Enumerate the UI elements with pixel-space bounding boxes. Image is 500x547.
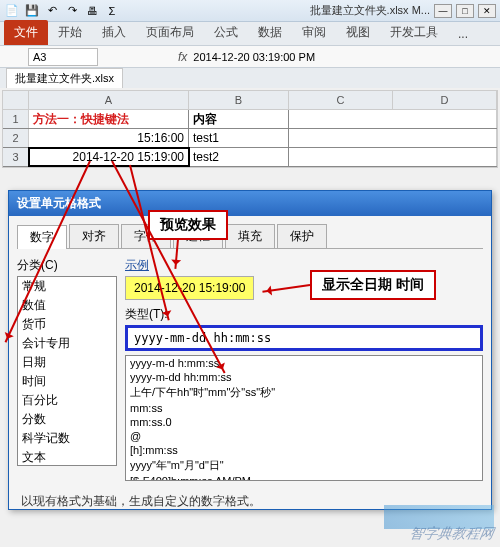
print-icon[interactable]: 🖶 <box>84 3 100 19</box>
ribbon-tabs: 文件 开始 插入 页面布局 公式 数据 审阅 视图 开发工具 ... <box>0 22 500 46</box>
watermark-text: 智字典教程网 <box>408 525 495 543</box>
ribbon-tab-formulas[interactable]: 公式 <box>204 20 248 45</box>
cell-a3[interactable]: 2014-12-20 15:19:00 <box>29 148 189 166</box>
format-item[interactable]: yyyy"年"m"月"d"日" <box>126 457 482 474</box>
ribbon-tab-layout[interactable]: 页面布局 <box>136 20 204 45</box>
category-item[interactable]: 会计专用 <box>18 334 116 353</box>
select-all-corner[interactable] <box>3 91 29 109</box>
col-header-c[interactable]: C <box>289 91 393 109</box>
cell-a1[interactable]: 方法一：快捷键法 <box>29 110 189 128</box>
dialog-tabs: 数字 对齐 字体 边框 填充 保护 <box>17 224 483 249</box>
close-button[interactable]: ✕ <box>478 4 496 18</box>
category-list[interactable]: 常规数值货币会计专用日期时间百分比分数科学记数文本特殊自定义 <box>17 276 117 466</box>
type-label: 类型(T): <box>125 306 483 323</box>
dialog-title: 设置单元格格式 <box>9 191 491 216</box>
category-item[interactable]: 时间 <box>18 372 116 391</box>
format-item[interactable]: mm:ss.0 <box>126 415 482 429</box>
category-item[interactable]: 分数 <box>18 410 116 429</box>
file-tab[interactable]: 文件 <box>4 20 48 45</box>
row-header[interactable]: 1 <box>3 110 29 128</box>
format-item[interactable]: 上午/下午hh"时"mm"分"ss"秒" <box>126 384 482 401</box>
cell-b1[interactable]: 内容 <box>189 110 289 128</box>
app-icon: 📄 <box>4 3 20 19</box>
format-item[interactable]: [h]:mm:ss <box>126 443 482 457</box>
category-label: 分类(C) <box>17 257 117 274</box>
ribbon-tab-insert[interactable]: 插入 <box>92 20 136 45</box>
title-bar: 📄 💾 ↶ ↷ 🖶 Σ 批量建立文件夹.xlsx M... — □ ✕ <box>0 0 500 22</box>
category-item[interactable]: 百分比 <box>18 391 116 410</box>
ribbon-tab-home[interactable]: 开始 <box>48 20 92 45</box>
type-input[interactable]: yyyy-mm-dd hh:mm:ss <box>125 325 483 351</box>
workbook-tabs: 批量建立文件夹.xlsx <box>0 68 500 88</box>
tab-fill[interactable]: 填充 <box>225 224 275 248</box>
formula-text[interactable]: 2014-12-20 03:19:00 PM <box>193 51 315 63</box>
category-item[interactable]: 数值 <box>18 296 116 315</box>
maximize-button[interactable]: □ <box>456 4 474 18</box>
cell-b2[interactable]: test1 <box>189 129 289 147</box>
formula-bar: A3 fx 2014-12-20 03:19:00 PM <box>0 46 500 68</box>
fx-icon[interactable]: fx <box>178 50 187 64</box>
cell-c2[interactable] <box>289 129 497 147</box>
cell-c1[interactable] <box>289 110 497 128</box>
category-item[interactable]: 文本 <box>18 448 116 466</box>
cell-b3[interactable]: test2 <box>189 148 289 166</box>
undo-icon[interactable]: ↶ <box>44 3 60 19</box>
format-item[interactable]: yyyy-m-dd hh:mm:ss <box>126 370 482 384</box>
spreadsheet-grid: A B C D 1 方法一：快捷键法 内容 2 15:16:00 test1 3… <box>2 90 498 168</box>
ribbon-tab-review[interactable]: 审阅 <box>292 20 336 45</box>
row-header[interactable]: 3 <box>3 148 29 166</box>
format-cells-dialog: 设置单元格格式 数字 对齐 字体 边框 填充 保护 分类(C) 常规数值货币会计… <box>8 190 492 510</box>
workbook-tab[interactable]: 批量建立文件夹.xlsx <box>6 68 123 88</box>
format-item[interactable]: @ <box>126 429 482 443</box>
category-item[interactable]: 科学记数 <box>18 429 116 448</box>
minimize-button[interactable]: — <box>434 4 452 18</box>
ribbon-tab-data[interactable]: 数据 <box>248 20 292 45</box>
ribbon-tab-dev[interactable]: 开发工具 <box>380 20 448 45</box>
redo-icon[interactable]: ↷ <box>64 3 80 19</box>
col-header-b[interactable]: B <box>189 91 289 109</box>
format-list[interactable]: yyyy-m-d h:mm:ssyyyy-m-dd hh:mm:ss上午/下午h… <box>125 355 483 481</box>
cell-a2[interactable]: 15:16:00 <box>29 129 189 147</box>
category-item[interactable]: 货币 <box>18 315 116 334</box>
ribbon-tab-more[interactable]: ... <box>448 23 478 45</box>
format-item[interactable]: yyyy-m-d h:mm:ss <box>126 356 482 370</box>
name-box[interactable]: A3 <box>28 48 98 66</box>
callout-fulldate: 显示全日期 时间 <box>310 270 436 300</box>
ribbon-tab-view[interactable]: 视图 <box>336 20 380 45</box>
tab-align[interactable]: 对齐 <box>69 224 119 248</box>
callout-preview: 预览效果 <box>148 210 228 240</box>
cell-c3[interactable] <box>289 148 497 166</box>
sample-value: 2014-12-20 15:19:00 <box>125 276 254 300</box>
category-item[interactable]: 日期 <box>18 353 116 372</box>
col-header-d[interactable]: D <box>393 91 497 109</box>
window-title: 批量建立文件夹.xlsx M... <box>310 3 430 18</box>
format-item[interactable]: [$-F400]h:mm:ss AM/PM <box>126 474 482 481</box>
sum-icon[interactable]: Σ <box>104 3 120 19</box>
col-header-a[interactable]: A <box>29 91 189 109</box>
format-item[interactable]: mm:ss <box>126 401 482 415</box>
tab-protect[interactable]: 保护 <box>277 224 327 248</box>
save-icon[interactable]: 💾 <box>24 3 40 19</box>
row-header[interactable]: 2 <box>3 129 29 147</box>
